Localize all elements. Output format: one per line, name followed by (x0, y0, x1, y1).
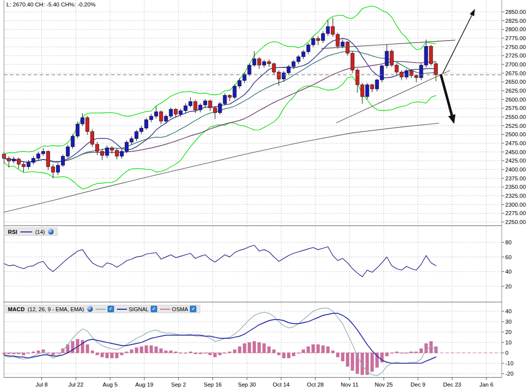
macd-line-checkbox[interactable]: ✓ (108, 306, 114, 312)
date-tick-label: Jul 22 (68, 382, 84, 388)
osma-toggle: OSMA ✓ (160, 306, 196, 312)
macd-params: (12, 26, 9 - EMA, EMA) (28, 306, 84, 312)
axis-tick-label: 2525.00 (505, 123, 526, 129)
axis-tick-label: 2625.00 (505, 88, 526, 94)
last-quote-label: L: 2670.40 CH: -5.40 CH%: -0.20% (6, 1, 96, 7)
macd-settings-globe-icon[interactable] (87, 306, 93, 312)
rsi-panel-chart: 80604020 (0, 226, 532, 302)
vertical-gridlines (42, 302, 486, 378)
long-term-ma-line (4, 123, 439, 212)
axis-tick-label: 30 (505, 319, 512, 325)
rsi-indicator-header: RSI (14) (4, 227, 58, 236)
axis-tick-label: 2325.00 (505, 193, 526, 199)
moving-averages (4, 38, 436, 162)
axis-tick-label: 2475.00 (505, 140, 526, 146)
right-axis-labels: 2850.002825.002800.002775.002750.002725.… (502, 9, 526, 225)
axis-tick-label: 60 (505, 254, 512, 260)
date-tick-label: Sep 16 (204, 382, 222, 388)
axis-tick-label: 2850.00 (505, 9, 526, 15)
rsi-line (4, 245, 436, 277)
axis-tick-label: 2750.00 (505, 44, 526, 50)
date-axis: Jul 8Jul 22Aug 5Aug 19Sep 2Sep 16Sep 30O… (0, 378, 532, 392)
horizontal-gridlines (4, 12, 502, 222)
signal-line-toggle: SIGNAL ✓ (117, 306, 157, 312)
rsi-settings-globe-icon[interactable] (48, 229, 54, 234)
right-axis-labels: 80604020 (502, 239, 512, 289)
axis-tick-label: 2575.00 (505, 105, 526, 111)
date-tick-label: Nov 11 (341, 382, 358, 388)
axis-tick-label: 2275.00 (505, 210, 526, 216)
axis-tick-label: 2725.00 (505, 53, 526, 58)
date-tick-labels: Jul 8Jul 22Aug 5Aug 19Sep 2Sep 16Sep 30O… (36, 378, 493, 388)
axis-tick-label: -10 (505, 360, 514, 366)
macd-line-sample (96, 309, 106, 310)
axis-tick-label: 2500.00 (505, 131, 526, 137)
forecast-arrows (441, 9, 475, 124)
axis-tick-label: 2600.00 (505, 97, 526, 103)
date-tick-label: Dec 9 (411, 382, 425, 388)
axis-tick-label: 2650.00 (505, 79, 526, 85)
date-tick-label: Jul 8 (36, 382, 48, 388)
macd-line-toggle: ✓ (96, 306, 114, 312)
axis-tick-label: 2300.00 (505, 202, 526, 208)
axis-tick-label: 2550.00 (505, 114, 526, 120)
osma-checkbox[interactable]: ✓ (190, 306, 196, 312)
panel-border (4, 226, 502, 302)
candlesticks (2, 18, 438, 178)
macd-indicator-header: MACD (12, 26, 9 - EMA, EMA) ✓ SIGNAL ✓ O… (4, 305, 200, 313)
axis-tick-label: 40 (505, 269, 512, 275)
rsi-line-sample (20, 231, 32, 232)
axis-tick-label: 80 (505, 239, 512, 245)
axis-tick-label: 2425.00 (505, 158, 526, 164)
date-tick-label: Sep 30 (238, 382, 256, 388)
date-tick-label: Aug 19 (135, 382, 153, 388)
axis-tick-label: 2775.00 (505, 35, 526, 41)
date-tick-label: Oct 14 (273, 382, 290, 388)
axis-tick-label: 2675.00 (505, 70, 526, 76)
date-tick-label: Jan 6 (479, 382, 493, 388)
signal-line-sample (117, 309, 127, 310)
axis-tick-label: 20 (505, 329, 512, 335)
axis-tick-label: 2825.00 (505, 18, 526, 24)
right-axis-labels: 403020100-10-20 (502, 308, 514, 377)
axis-tick-label: 2350.00 (505, 184, 526, 190)
trading-chart-window: 2850.002825.002800.002775.002750.002725.… (0, 0, 532, 392)
macd-title: MACD (8, 306, 25, 312)
osma-line-sample (160, 309, 170, 310)
date-tick-label: Dec 23 (443, 382, 461, 388)
osma-histogram (2, 339, 502, 375)
bollinger-bands (4, 6, 436, 189)
macd-panel-chart: 403020100-10-20 (0, 302, 532, 378)
axis-tick-label: 2375.00 (505, 175, 526, 181)
axis-tick-label: 20 (505, 283, 512, 289)
date-tick-label: Nov 25 (375, 382, 393, 388)
rsi-title: RSI (8, 229, 17, 235)
panel-border (4, 0, 502, 226)
date-tick-label: Sep 2 (171, 382, 186, 388)
axis-tick-label: 2250.00 (505, 219, 526, 225)
date-tick-label: Oct 28 (307, 382, 324, 388)
axis-tick-label: 0 (505, 350, 508, 356)
axis-tick-label: 40 (505, 308, 512, 314)
axis-tick-label: 2450.00 (505, 149, 526, 155)
price-panel-chart: 2850.002825.002800.002775.002750.002725.… (0, 0, 532, 226)
axis-tick-label: -20 (505, 371, 514, 377)
axis-tick-label: 2800.00 (505, 26, 526, 32)
date-tick-label: Aug 5 (103, 382, 118, 388)
horizontal-gridlines (4, 242, 502, 286)
vertical-gridlines (42, 226, 486, 302)
signal-label: SIGNAL (129, 306, 149, 312)
axis-tick-label: 2700.00 (505, 61, 526, 67)
osma-label: OSMA (172, 306, 188, 312)
axis-tick-label: 2400.00 (505, 167, 526, 172)
rsi-params: (14) (35, 229, 45, 235)
signal-line-checkbox[interactable]: ✓ (151, 306, 157, 312)
axis-tick-label: 10 (505, 339, 512, 345)
